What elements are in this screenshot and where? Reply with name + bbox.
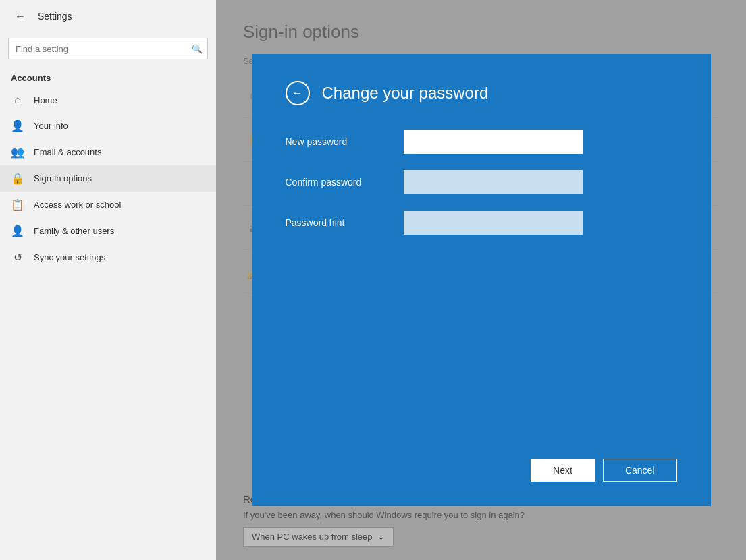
confirm-password-input[interactable] xyxy=(404,170,583,194)
password-hint-group: Password hint xyxy=(286,211,677,235)
sidebar-item-sign-in-options[interactable]: 🔒 Sign-in options xyxy=(0,165,216,192)
sidebar-title: Settings xyxy=(38,11,72,22)
sidebar-item-label: Sync your settings xyxy=(34,252,105,262)
sidebar-header: ← Settings xyxy=(0,0,216,32)
change-password-dialog: ← Change your password New password Conf… xyxy=(252,54,711,506)
sidebar-item-access-work[interactable]: 📋 Access work or school xyxy=(0,192,216,218)
dialog-footer: Next Cancel xyxy=(286,432,677,482)
sidebar-item-home[interactable]: ⌂ Home xyxy=(0,87,216,113)
back-button[interactable]: ← xyxy=(11,7,30,26)
sidebar-item-label: Your info xyxy=(34,121,68,131)
new-password-label: New password xyxy=(286,136,404,147)
cancel-button[interactable]: Cancel xyxy=(603,459,677,482)
sidebar-item-label: Email & accounts xyxy=(34,147,101,157)
sidebar-item-email-accounts[interactable]: 👥 Email & accounts xyxy=(0,139,216,165)
search-input[interactable] xyxy=(8,38,208,59)
main-content: Sign-in options Select a sign-in option … xyxy=(216,0,746,560)
sidebar-item-label: Home xyxy=(34,95,57,105)
new-password-input[interactable] xyxy=(404,130,583,154)
sidebar-item-sync-settings[interactable]: ↺ Sync your settings xyxy=(0,244,216,271)
people-icon: 👤 xyxy=(11,225,24,237)
dialog-title: Change your password xyxy=(322,84,489,103)
person-icon: 👤 xyxy=(11,119,24,132)
search-icon: 🔍 xyxy=(192,44,203,54)
confirm-password-label: Confirm password xyxy=(286,177,404,188)
password-hint-input[interactable] xyxy=(404,211,583,235)
sidebar-item-label: Access work or school xyxy=(34,200,121,210)
confirm-password-group: Confirm password xyxy=(286,170,677,194)
home-icon: ⌂ xyxy=(11,94,24,106)
sidebar-item-family-users[interactable]: 👤 Family & other users xyxy=(0,218,216,244)
sidebar-nav: ⌂ Home 👤 Your info 👥 Email & accounts 🔒 … xyxy=(0,87,216,271)
sidebar-item-label: Family & other users xyxy=(34,226,114,236)
lock-icon: 🔒 xyxy=(11,172,24,185)
sync-icon: ↺ xyxy=(11,251,24,264)
dialog-header: ← Change your password xyxy=(286,81,677,105)
next-button[interactable]: Next xyxy=(531,459,595,482)
dialog-overlay: ← Change your password New password Conf… xyxy=(216,0,746,560)
search-box: 🔍 xyxy=(8,38,208,59)
dialog-back-button[interactable]: ← xyxy=(286,81,310,105)
sidebar-item-label: Sign-in options xyxy=(34,173,92,184)
sidebar: ← Settings 🔍 Accounts ⌂ Home 👤 Your info… xyxy=(0,0,216,560)
group-icon: 👥 xyxy=(11,146,24,159)
briefcase-icon: 📋 xyxy=(11,198,24,211)
accounts-label: Accounts xyxy=(0,65,216,87)
sidebar-item-your-info[interactable]: 👤 Your info xyxy=(0,113,216,139)
new-password-group: New password xyxy=(286,130,677,154)
password-hint-label: Password hint xyxy=(286,217,404,228)
